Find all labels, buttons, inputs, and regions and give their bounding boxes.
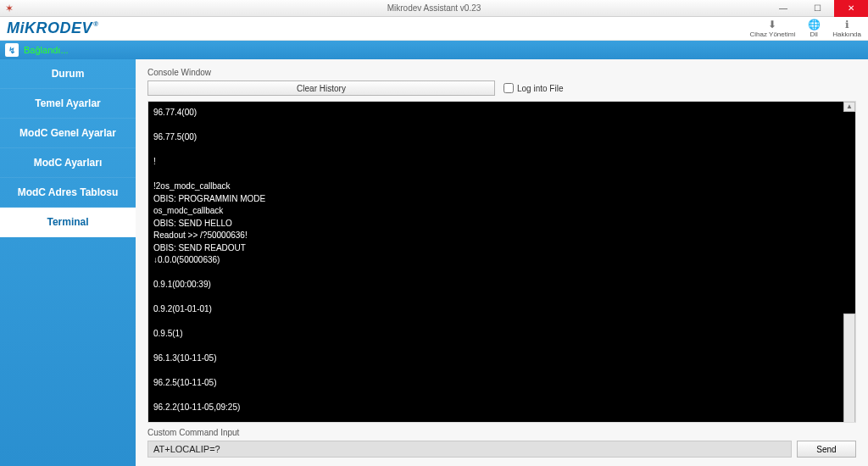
about-label: Hakkında <box>832 31 861 38</box>
log-into-file-label: Log into File <box>517 84 563 93</box>
header-tools: ⬇ Cihaz Yönetimi 🌐 Dil ℹ Hakkında <box>750 19 861 38</box>
logo-text: MiKRODEV <box>7 19 92 36</box>
console-text: 96.77.4(00) 96.77.5(00) ! !2os_modc_call… <box>153 108 319 423</box>
scrollbar-thumb[interactable] <box>843 313 855 423</box>
logo: MiKRODEV® <box>7 19 97 37</box>
device-management-label: Cihaz Yönetimi <box>750 31 796 38</box>
connection-status-text: Bağlandı... <box>24 45 69 55</box>
sidebar-item-durum[interactable]: Durum <box>0 59 136 89</box>
connection-icon: ↯ <box>5 43 19 57</box>
window-controls: — ☐ ✕ <box>766 0 868 17</box>
log-into-file-input[interactable] <box>504 83 514 93</box>
sidebar-filler <box>0 237 136 466</box>
close-button[interactable]: ✕ <box>834 0 868 17</box>
sidebar-item-modc-adres-tablosu[interactable]: ModC Adres Tablosu <box>0 178 136 208</box>
console-controls: Clear History Log into File <box>147 80 856 96</box>
scrollbar-up-button[interactable]: ▲ <box>843 102 855 112</box>
language-label: Dil <box>810 31 818 38</box>
globe-icon: 🌐 <box>807 19 821 31</box>
app-icon: ✶ <box>2 1 17 16</box>
command-input-section: Custom Command Input Send <box>147 428 856 458</box>
app-header: MiKRODEV® ⬇ Cihaz Yönetimi 🌐 Dil ℹ Hakkı… <box>0 17 868 41</box>
language-button[interactable]: 🌐 Dil <box>807 19 821 38</box>
console-section-label: Console Window <box>147 68 856 77</box>
log-into-file-checkbox[interactable]: Log into File <box>504 83 563 93</box>
maximize-button[interactable]: ☐ <box>800 0 834 17</box>
main-content: Console Window Clear History Log into Fi… <box>136 59 868 466</box>
sidebar: Durum Temel Ayarlar ModC Genel Ayarlar M… <box>0 59 136 466</box>
sidebar-item-modc-genel-ayarlar[interactable]: ModC Genel Ayarlar <box>0 119 136 148</box>
window-title: Mikrodev Assistant v0.23 <box>387 3 481 13</box>
device-management-button[interactable]: ⬇ Cihaz Yönetimi <box>750 19 796 38</box>
sidebar-item-terminal[interactable]: Terminal <box>0 208 136 237</box>
about-button[interactable]: ℹ Hakkında <box>832 19 861 38</box>
download-icon: ⬇ <box>765 19 779 31</box>
minimize-button[interactable]: — <box>766 0 800 17</box>
command-section-label: Custom Command Input <box>147 428 856 437</box>
body: Durum Temel Ayarlar ModC Genel Ayarlar M… <box>0 59 868 466</box>
sidebar-item-modc-ayarlari[interactable]: ModC Ayarları <box>0 148 136 178</box>
registered-icon: ® <box>93 20 98 28</box>
send-button[interactable]: Send <box>797 441 856 458</box>
command-input[interactable] <box>147 441 792 458</box>
window-titlebar: ✶ Mikrodev Assistant v0.23 — ☐ ✕ <box>0 0 868 17</box>
info-icon: ℹ <box>840 19 854 31</box>
sidebar-item-temel-ayarlar[interactable]: Temel Ayarlar <box>0 89 136 119</box>
connection-status-bar: ↯ Bağlandı... <box>0 41 868 59</box>
console-output[interactable]: 96.77.4(00) 96.77.5(00) ! !2os_modc_call… <box>147 101 856 423</box>
clear-history-button[interactable]: Clear History <box>147 80 495 96</box>
command-input-row: Send <box>147 441 856 458</box>
